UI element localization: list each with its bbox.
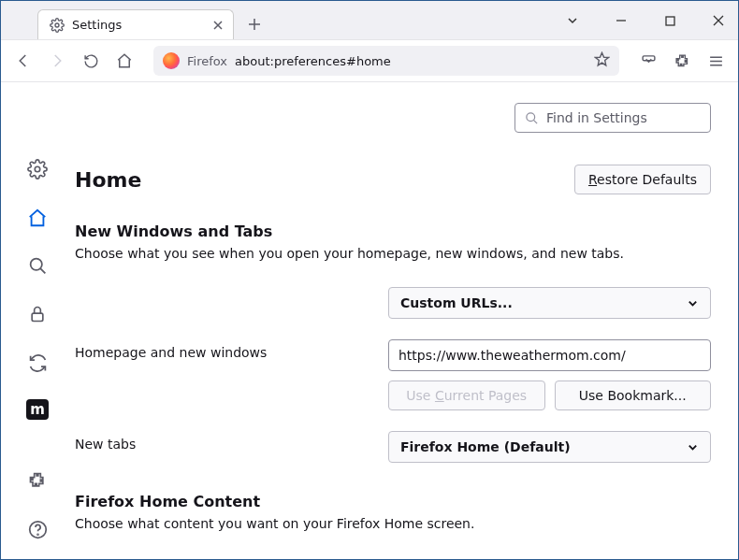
svg-point-7 — [37, 534, 38, 535]
use-current-pages-button[interactable]: Use Current Pages — [388, 381, 545, 410]
sidebar-item-mozilla[interactable]: m — [26, 399, 49, 420]
svg-rect-5 — [32, 314, 43, 322]
chevron-down-icon — [687, 297, 699, 309]
svg-point-4 — [30, 259, 41, 270]
homepage-label: Homepage and new windows — [75, 339, 388, 360]
search-icon — [525, 111, 539, 125]
section-firefox-home-title: Firefox Home Content — [75, 493, 711, 510]
sidebar-item-help[interactable] — [24, 517, 51, 541]
settings-sidebar: m — [0, 82, 75, 560]
svg-rect-1 — [666, 17, 674, 25]
sidebar-item-extensions[interactable] — [24, 468, 51, 493]
section-new-windows-title: New Windows and Tabs — [75, 223, 711, 240]
chevron-down-icon — [687, 441, 699, 453]
homepage-url-input[interactable] — [388, 339, 711, 371]
chevron-down-icon[interactable] — [559, 7, 586, 34]
svg-point-3 — [35, 166, 40, 172]
dummy-spacer — [75, 287, 388, 293]
search-placeholder: Find in Settings — [546, 110, 647, 125]
sidebar-item-sync[interactable] — [24, 351, 51, 375]
close-window-button[interactable] — [705, 7, 732, 34]
maximize-button[interactable] — [657, 7, 683, 34]
select-value: Custom URLs... — [400, 295, 513, 310]
minimize-button[interactable] — [608, 7, 634, 34]
newtabs-select[interactable]: Firefox Home (Default) — [388, 431, 711, 463]
sidebar-item-search[interactable] — [24, 254, 51, 279]
svg-point-8 — [527, 112, 535, 121]
select-value: Firefox Home (Default) — [400, 439, 571, 454]
settings-panel: Find in Settings Home Restore Defaults N… — [75, 82, 739, 560]
sidebar-item-privacy[interactable] — [24, 303, 51, 327]
use-bookmark-button[interactable]: Use Bookmark... — [555, 381, 712, 410]
page-title: Home — [75, 168, 141, 192]
sidebar-item-home[interactable] — [24, 206, 51, 230]
homepage-mode-select[interactable]: Custom URLs... — [388, 287, 711, 319]
settings-search[interactable]: Find in Settings — [514, 103, 711, 133]
sidebar-item-general[interactable] — [24, 157, 51, 181]
restore-defaults-button[interactable]: Restore Defaults — [574, 165, 711, 194]
settings-content: m Find in Settings Home Restore Defaults… — [0, 82, 739, 560]
window-controls — [559, 7, 732, 34]
section-firefox-home-desc: Choose what content you want on your Fir… — [75, 516, 711, 531]
section-new-windows-desc: Choose what you see when you open your h… — [75, 246, 711, 261]
newtabs-label: New tabs — [75, 431, 388, 452]
